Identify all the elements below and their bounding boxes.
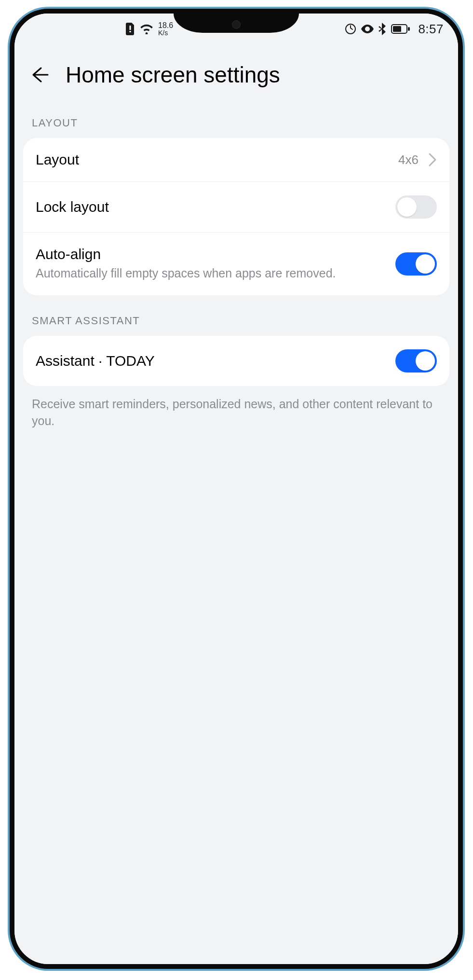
svg-rect-1 bbox=[130, 31, 131, 32]
bluetooth-icon bbox=[378, 23, 386, 35]
card-layout: Layout 4x6 Lock layout Auto-align bbox=[23, 138, 449, 295]
svg-rect-0 bbox=[130, 26, 131, 30]
data-saver-icon bbox=[345, 23, 356, 35]
camera-notch bbox=[174, 14, 299, 33]
chevron-right-icon bbox=[428, 152, 437, 167]
row-autoalign-sub: Automatically fill empty spaces when app… bbox=[36, 265, 386, 282]
svg-rect-5 bbox=[408, 27, 410, 31]
phone-frame: 18.6 K/s bbox=[10, 9, 463, 969]
toggle-assistant-today[interactable] bbox=[395, 349, 437, 373]
status-bar-left: 18.6 K/s bbox=[125, 22, 173, 36]
status-bar-right: 8:57 bbox=[345, 22, 444, 37]
row-assistant-title: Assistant · TODAY bbox=[36, 353, 386, 369]
wifi-icon bbox=[140, 24, 153, 34]
page-title: Home screen settings bbox=[66, 62, 280, 88]
toggle-auto-align[interactable] bbox=[395, 252, 437, 276]
battery-icon bbox=[391, 24, 410, 34]
arrow-left-icon bbox=[29, 64, 51, 85]
screen: 18.6 K/s bbox=[14, 14, 458, 964]
row-layout-value: 4x6 bbox=[398, 152, 419, 167]
section-label-assistant: SMART ASSISTANT bbox=[14, 295, 458, 336]
network-speed-unit: K/s bbox=[158, 29, 173, 36]
network-speed-value: 18.6 bbox=[158, 22, 173, 29]
eye-comfort-icon bbox=[361, 25, 374, 33]
row-lock-layout: Lock layout bbox=[23, 181, 449, 232]
header: Home screen settings bbox=[14, 38, 458, 97]
row-autoalign-title: Auto-align bbox=[36, 246, 386, 262]
svg-rect-4 bbox=[393, 26, 401, 32]
row-layout-title: Layout bbox=[36, 152, 389, 168]
row-auto-align: Auto-align Automatically fill empty spac… bbox=[23, 232, 449, 295]
card-assistant: Assistant · TODAY bbox=[23, 336, 449, 386]
clock: 8:57 bbox=[418, 22, 444, 37]
sim-alert-icon bbox=[125, 23, 135, 35]
back-button[interactable] bbox=[29, 64, 51, 86]
section-label-layout: LAYOUT bbox=[14, 97, 458, 138]
network-speed: 18.6 K/s bbox=[158, 22, 173, 36]
assistant-footnote: Receive smart reminders, personalized ne… bbox=[14, 386, 458, 439]
toggle-lock-layout[interactable] bbox=[395, 195, 437, 219]
row-lock-title: Lock layout bbox=[36, 199, 386, 215]
row-assistant-today: Assistant · TODAY bbox=[23, 336, 449, 386]
row-layout[interactable]: Layout 4x6 bbox=[23, 138, 449, 181]
